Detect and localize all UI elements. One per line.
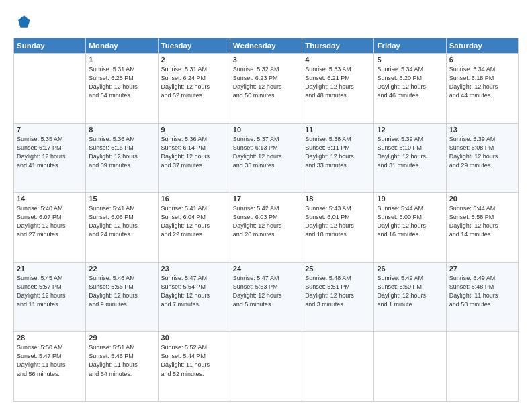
day-number: 26: [377, 265, 443, 273]
header: [13, 12, 519, 31]
day-info: Sunrise: 5:32 AM Sunset: 6:23 PM Dayligh…: [233, 65, 299, 100]
calendar-cell: 18Sunrise: 5:43 AM Sunset: 6:01 PM Dayli…: [302, 193, 374, 263]
day-info: Sunrise: 5:49 AM Sunset: 5:50 PM Dayligh…: [377, 274, 443, 309]
day-info: Sunrise: 5:33 AM Sunset: 6:21 PM Dayligh…: [305, 65, 371, 100]
calendar-cell: 2Sunrise: 5:31 AM Sunset: 6:24 PM Daylig…: [158, 54, 230, 124]
day-number: 1: [89, 56, 154, 64]
day-info: Sunrise: 5:37 AM Sunset: 6:13 PM Dayligh…: [233, 135, 299, 170]
calendar-week-3: 14Sunrise: 5:40 AM Sunset: 6:07 PM Dayli…: [14, 193, 519, 263]
day-number: 22: [89, 265, 154, 273]
calendar-cell: [230, 332, 302, 402]
logo: [13, 12, 35, 31]
calendar-cell: 17Sunrise: 5:42 AM Sunset: 6:03 PM Dayli…: [230, 193, 302, 263]
calendar-cell: 10Sunrise: 5:37 AM Sunset: 6:13 PM Dayli…: [230, 123, 302, 193]
day-number: 23: [161, 265, 227, 273]
day-number: 8: [89, 126, 154, 134]
calendar-cell: 3Sunrise: 5:32 AM Sunset: 6:23 PM Daylig…: [230, 54, 302, 124]
day-info: Sunrise: 5:51 AM Sunset: 5:46 PM Dayligh…: [89, 343, 154, 378]
day-info: Sunrise: 5:44 AM Sunset: 6:00 PM Dayligh…: [377, 204, 443, 239]
day-info: Sunrise: 5:45 AM Sunset: 5:57 PM Dayligh…: [17, 274, 83, 309]
calendar-cell: 20Sunrise: 5:44 AM Sunset: 5:58 PM Dayli…: [446, 193, 518, 263]
calendar-cell: 25Sunrise: 5:48 AM Sunset: 5:51 PM Dayli…: [302, 262, 374, 332]
calendar-cell: [14, 54, 86, 124]
calendar-cell: 1Sunrise: 5:31 AM Sunset: 6:25 PM Daylig…: [86, 54, 158, 124]
day-number: 30: [161, 334, 227, 342]
calendar-cell: 27Sunrise: 5:49 AM Sunset: 5:48 PM Dayli…: [446, 262, 518, 332]
calendar-cell: 23Sunrise: 5:47 AM Sunset: 5:54 PM Dayli…: [158, 262, 230, 332]
calendar-cell: 24Sunrise: 5:47 AM Sunset: 5:53 PM Dayli…: [230, 262, 302, 332]
day-number: 25: [305, 265, 371, 273]
logo-icon: [13, 12, 32, 31]
calendar-cell: 13Sunrise: 5:39 AM Sunset: 6:08 PM Dayli…: [446, 123, 518, 193]
day-number: 12: [377, 126, 443, 134]
calendar-cell: 14Sunrise: 5:40 AM Sunset: 6:07 PM Dayli…: [14, 193, 86, 263]
calendar-header-wednesday: Wednesday: [230, 38, 302, 54]
day-number: 13: [449, 126, 515, 134]
day-number: 2: [161, 56, 227, 64]
day-info: Sunrise: 5:34 AM Sunset: 6:20 PM Dayligh…: [377, 65, 443, 100]
calendar-cell: 5Sunrise: 5:34 AM Sunset: 6:20 PM Daylig…: [374, 54, 446, 124]
day-info: Sunrise: 5:40 AM Sunset: 6:07 PM Dayligh…: [17, 204, 83, 239]
day-number: 10: [233, 126, 299, 134]
day-number: 6: [449, 56, 515, 64]
day-number: 9: [161, 126, 227, 134]
calendar-cell: 28Sunrise: 5:50 AM Sunset: 5:47 PM Dayli…: [14, 332, 86, 402]
calendar-cell: 29Sunrise: 5:51 AM Sunset: 5:46 PM Dayli…: [86, 332, 158, 402]
calendar-cell: 11Sunrise: 5:38 AM Sunset: 6:11 PM Dayli…: [302, 123, 374, 193]
calendar-cell: 12Sunrise: 5:39 AM Sunset: 6:10 PM Dayli…: [374, 123, 446, 193]
calendar-cell: [374, 332, 446, 402]
calendar-cell: 16Sunrise: 5:41 AM Sunset: 6:04 PM Dayli…: [158, 193, 230, 263]
day-number: 19: [377, 195, 443, 203]
day-number: 5: [377, 56, 443, 64]
day-number: 7: [17, 126, 83, 134]
svg-marker-0: [18, 15, 30, 28]
calendar-cell: [446, 332, 518, 402]
day-info: Sunrise: 5:47 AM Sunset: 5:54 PM Dayligh…: [161, 274, 227, 309]
day-info: Sunrise: 5:41 AM Sunset: 6:06 PM Dayligh…: [89, 204, 154, 239]
day-number: 17: [233, 195, 299, 203]
calendar-header-thursday: Thursday: [302, 38, 374, 54]
day-info: Sunrise: 5:41 AM Sunset: 6:04 PM Dayligh…: [161, 204, 227, 239]
day-info: Sunrise: 5:31 AM Sunset: 6:25 PM Dayligh…: [89, 65, 154, 100]
day-info: Sunrise: 5:50 AM Sunset: 5:47 PM Dayligh…: [17, 343, 83, 378]
calendar-cell: 8Sunrise: 5:36 AM Sunset: 6:16 PM Daylig…: [86, 123, 158, 193]
calendar-week-4: 21Sunrise: 5:45 AM Sunset: 5:57 PM Dayli…: [14, 262, 519, 332]
day-number: 4: [305, 56, 371, 64]
calendar: SundayMondayTuesdayWednesdayThursdayFrid…: [13, 38, 519, 402]
day-number: 24: [233, 265, 299, 273]
day-info: Sunrise: 5:31 AM Sunset: 6:24 PM Dayligh…: [161, 65, 227, 100]
calendar-header-sunday: Sunday: [14, 38, 86, 54]
day-info: Sunrise: 5:39 AM Sunset: 6:08 PM Dayligh…: [449, 135, 515, 170]
day-info: Sunrise: 5:47 AM Sunset: 5:53 PM Dayligh…: [233, 274, 299, 309]
day-info: Sunrise: 5:43 AM Sunset: 6:01 PM Dayligh…: [305, 204, 371, 239]
day-number: 18: [305, 195, 371, 203]
day-number: 21: [17, 265, 83, 273]
calendar-cell: 6Sunrise: 5:34 AM Sunset: 6:18 PM Daylig…: [446, 54, 518, 124]
day-number: 15: [89, 195, 154, 203]
calendar-week-2: 7Sunrise: 5:35 AM Sunset: 6:17 PM Daylig…: [14, 123, 519, 193]
calendar-cell: 22Sunrise: 5:46 AM Sunset: 5:56 PM Dayli…: [86, 262, 158, 332]
day-info: Sunrise: 5:49 AM Sunset: 5:48 PM Dayligh…: [449, 274, 515, 309]
day-info: Sunrise: 5:48 AM Sunset: 5:51 PM Dayligh…: [305, 274, 371, 309]
day-info: Sunrise: 5:36 AM Sunset: 6:16 PM Dayligh…: [89, 135, 154, 170]
day-number: 27: [449, 265, 515, 273]
day-info: Sunrise: 5:35 AM Sunset: 6:17 PM Dayligh…: [17, 135, 83, 170]
day-info: Sunrise: 5:36 AM Sunset: 6:14 PM Dayligh…: [161, 135, 227, 170]
day-info: Sunrise: 5:39 AM Sunset: 6:10 PM Dayligh…: [377, 135, 443, 170]
calendar-cell: 4Sunrise: 5:33 AM Sunset: 6:21 PM Daylig…: [302, 54, 374, 124]
day-info: Sunrise: 5:46 AM Sunset: 5:56 PM Dayligh…: [89, 274, 154, 309]
day-info: Sunrise: 5:42 AM Sunset: 6:03 PM Dayligh…: [233, 204, 299, 239]
calendar-header-monday: Monday: [86, 38, 158, 54]
calendar-header-row: SundayMondayTuesdayWednesdayThursdayFrid…: [14, 38, 519, 54]
calendar-cell: 7Sunrise: 5:35 AM Sunset: 6:17 PM Daylig…: [14, 123, 86, 193]
day-number: 28: [17, 334, 83, 342]
day-number: 11: [305, 126, 371, 134]
day-number: 3: [233, 56, 299, 64]
day-number: 29: [89, 334, 154, 342]
calendar-header-saturday: Saturday: [446, 38, 518, 54]
day-number: 14: [17, 195, 83, 203]
calendar-cell: 30Sunrise: 5:52 AM Sunset: 5:44 PM Dayli…: [158, 332, 230, 402]
day-info: Sunrise: 5:38 AM Sunset: 6:11 PM Dayligh…: [305, 135, 371, 170]
calendar-week-1: 1Sunrise: 5:31 AM Sunset: 6:25 PM Daylig…: [14, 54, 519, 124]
calendar-cell: 26Sunrise: 5:49 AM Sunset: 5:50 PM Dayli…: [374, 262, 446, 332]
